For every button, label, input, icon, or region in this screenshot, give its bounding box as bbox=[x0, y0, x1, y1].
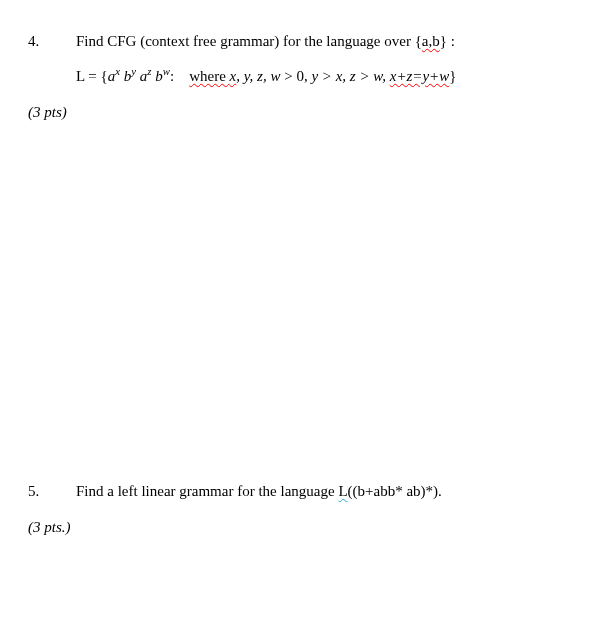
q4-colon: : bbox=[170, 68, 174, 84]
q4-sup-x: x bbox=[115, 65, 120, 77]
q4-prompt-b: } : bbox=[440, 33, 455, 49]
q5-points: (3 pts.) bbox=[28, 516, 574, 539]
q5-prompt: Find a left linear grammar for the langu… bbox=[76, 483, 338, 499]
q4-prompt-a: Find CFG (context free grammar) for the … bbox=[76, 33, 422, 49]
q4-close: } bbox=[449, 68, 456, 84]
question-number: 4. bbox=[28, 30, 76, 53]
q4-sup-z: z bbox=[147, 65, 151, 77]
q4-points: (3 pts) bbox=[28, 101, 574, 124]
question-4: 4. Find CFG (context free grammar) for t… bbox=[28, 30, 574, 53]
q4-formula: L = {ax by az bw: where x, y, z, w > 0, … bbox=[76, 65, 574, 88]
q4-b2: b bbox=[155, 68, 163, 84]
q5-L: L bbox=[338, 483, 347, 499]
question-text: Find a left linear grammar for the langu… bbox=[76, 480, 574, 503]
q4-L: L = { bbox=[76, 68, 108, 84]
q4-cond-rest: , y, z, w bbox=[236, 68, 280, 84]
question-text: Find CFG (context free grammar) for the … bbox=[76, 30, 574, 53]
question-number: 5. bbox=[28, 480, 76, 503]
q4-where: where bbox=[189, 68, 229, 84]
spacer bbox=[28, 124, 574, 480]
q4-gt0: > 0, bbox=[280, 68, 311, 84]
q5-expr: ((b+abb* ab)*). bbox=[348, 483, 442, 499]
q4-sup-w: w bbox=[163, 65, 170, 77]
q4-alphabet: a,b bbox=[422, 33, 440, 49]
q4-yx: y > x, z > w, bbox=[311, 68, 389, 84]
q4-xtz: x+z=y+w bbox=[390, 68, 450, 84]
q4-sup-y: y bbox=[131, 65, 136, 77]
question-5: 5. Find a left linear grammar for the la… bbox=[28, 480, 574, 503]
